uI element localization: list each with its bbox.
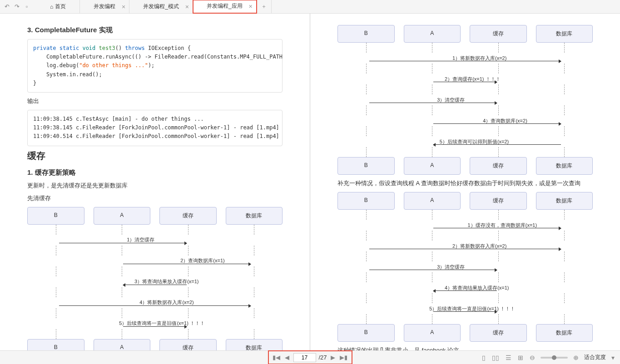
heading-cache-strategy: 1. 缓存更新策略 xyxy=(27,168,283,177)
close-icon[interactable]: × xyxy=(248,3,252,10)
close-icon[interactable]: × xyxy=(185,3,189,10)
actor-a: A xyxy=(94,339,151,351)
para-update: 更新时，是先清缓存还是先更新数据库 xyxy=(27,182,283,190)
actor-db: 数据库 xyxy=(536,157,593,175)
actor-b: B xyxy=(337,324,395,342)
sequence-diagram-2: B A 缓存 数据库 1）将新数据存入库(x=2) 2）查询缓存(x=1) ！！… xyxy=(337,25,593,175)
actor-cache: 缓存 xyxy=(159,207,217,225)
actor-b: B xyxy=(27,207,84,225)
page-left: 3. CompletableFuture 实现 private static v… xyxy=(0,14,310,350)
actor-cache: 缓存 xyxy=(470,25,527,43)
heading-completablefuture: 3. CompletableFuture 实现 xyxy=(27,26,283,34)
tab-3[interactable]: 并发编程_应用× xyxy=(193,0,257,13)
output-label: 输出 xyxy=(27,97,283,105)
page-right: B A 缓存 数据库 1）将新数据存入库(x=2) 2）查询缓存(x=1) ！！… xyxy=(310,14,620,350)
toolbar: ↶ ↷ ▫ ⌂首页 并发编程× 并发编程_模式× 并发编程_应用× ＋ xyxy=(0,0,620,14)
actor-a: A xyxy=(404,324,461,342)
view-controls: ▯ ▯▯ ☰ ⊞ ⊖ ⊕ 适合宽度 ▾ xyxy=(481,354,615,361)
close-icon[interactable]: × xyxy=(122,3,125,10)
page-navigator: ▮◀ ◀ /27 ▶ ▶▮ xyxy=(268,351,352,364)
view-double-icon[interactable]: ▯▯ xyxy=(491,354,500,361)
actor-db: 数据库 xyxy=(226,339,283,351)
tab-home[interactable]: ⌂首页 xyxy=(36,0,80,13)
sequence-diagram-3: B A 缓存 数据库 1）缓存没有，查询数据库(x=1) 2）将新数据存入库(x… xyxy=(337,192,593,342)
actor-a: A xyxy=(404,157,461,175)
redo-icon[interactable]: ↷ xyxy=(12,2,22,12)
actor-cache: 缓存 xyxy=(470,192,527,210)
para-supplement: 补充一种情况，假设查询线程 A 查询数据时恰好缓存数据由于时间到期失效，或是第一… xyxy=(337,179,593,187)
zoom-out-icon[interactable]: ⊖ xyxy=(529,354,536,361)
para-facebook: 这种情况的出现几率非常小，见 facebook 论文 xyxy=(337,346,593,350)
actor-db: 数据库 xyxy=(226,207,283,225)
first-page-icon[interactable]: ▮◀ xyxy=(272,354,281,361)
tab-2[interactable]: 并发编程_模式× xyxy=(129,0,193,13)
view-grid-icon[interactable]: ⊞ xyxy=(517,354,524,361)
actor-cache: 缓存 xyxy=(159,339,217,351)
actor-db: 数据库 xyxy=(536,324,593,342)
prev-page-icon[interactable]: ◀ xyxy=(284,354,290,361)
zoom-slider[interactable] xyxy=(541,357,568,359)
save-icon[interactable]: ▫ xyxy=(22,2,32,12)
new-tab-button[interactable]: ＋ xyxy=(257,0,272,13)
content-area: 3. CompletableFuture 实现 private static v… xyxy=(0,14,620,350)
tab-bar: ⌂首页 并发编程× 并发编程_模式× 并发编程_应用× ＋ xyxy=(36,0,618,13)
last-page-icon[interactable]: ▶▮ xyxy=(339,354,348,361)
view-single-icon[interactable]: ▯ xyxy=(481,354,486,361)
actor-a: A xyxy=(404,25,461,43)
actor-cache: 缓存 xyxy=(470,157,527,175)
heading-cache: 缓存 xyxy=(27,150,283,162)
actor-b: B xyxy=(27,339,84,351)
actor-b: B xyxy=(337,25,395,43)
para-clear-first: 先清缓存 xyxy=(27,194,283,202)
actor-db: 数据库 xyxy=(536,192,593,210)
actor-b: B xyxy=(337,157,395,175)
zoom-in-icon[interactable]: ⊕ xyxy=(572,354,580,361)
actor-cache: 缓存 xyxy=(470,324,527,342)
undo-icon[interactable]: ↶ xyxy=(2,2,12,12)
chevron-down-icon[interactable]: ▾ xyxy=(610,354,615,361)
code-block-1: private static void test3() throws IOExc… xyxy=(27,39,283,93)
view-continuous-icon[interactable]: ☰ xyxy=(505,354,512,361)
zoom-label: 适合宽度 xyxy=(584,354,606,361)
tab-1[interactable]: 并发编程× xyxy=(80,0,129,13)
page-input[interactable] xyxy=(293,353,316,362)
page-total: /27 xyxy=(318,354,327,361)
sequence-diagram-1: B A 缓存 数据库 1）清空缓存 2）查询数据库(x=1) 3）将查询结果放入… xyxy=(27,207,283,351)
actor-db: 数据库 xyxy=(536,25,593,43)
footer-bar: ▮◀ ◀ /27 ▶ ▶▮ ▯ ▯▯ ☰ ⊞ ⊖ ⊕ 适合宽度 ▾ xyxy=(0,350,620,364)
actor-a: A xyxy=(404,192,461,210)
output-block: 11:09:38.145 c.TestAsyc [main] - do othe… xyxy=(27,110,283,146)
next-page-icon[interactable]: ▶ xyxy=(330,354,336,361)
actor-a: A xyxy=(94,207,151,225)
actor-b: B xyxy=(337,192,395,210)
